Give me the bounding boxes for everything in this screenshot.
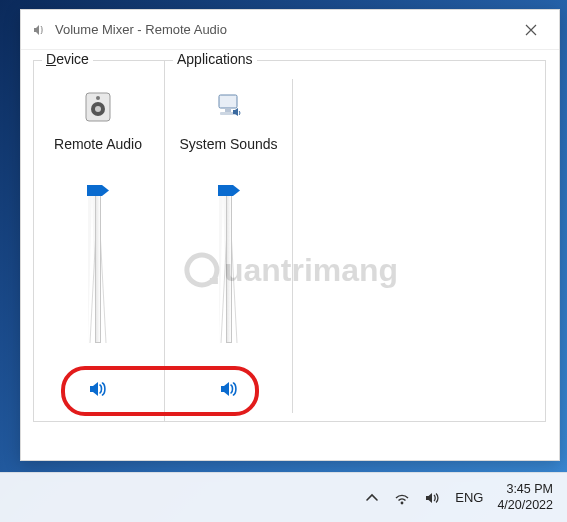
svg-rect-5 (225, 108, 231, 112)
application-name-label: System Sounds (179, 135, 277, 173)
applications-group-label: Applications (173, 51, 257, 67)
svg-point-9 (401, 501, 404, 504)
chevron-up-icon (365, 491, 379, 505)
svg-point-2 (95, 106, 101, 112)
content-area: Device Remote Audio (21, 50, 559, 432)
slider-thumb-icon (218, 185, 240, 196)
window-title: Volume Mixer - Remote Audio (55, 22, 513, 37)
application-mute-button[interactable] (215, 375, 243, 403)
remote-audio-device-icon[interactable] (80, 89, 116, 125)
close-icon (525, 24, 537, 36)
close-button[interactable] (513, 16, 549, 44)
network-tray-button[interactable] (393, 489, 411, 507)
slider-track (226, 193, 232, 343)
tray-overflow-button[interactable] (363, 489, 381, 507)
speaker-icon (423, 489, 441, 507)
taskbar: ENG 3:45 PM 4/20/2022 (0, 472, 567, 522)
titlebar: Volume Mixer - Remote Audio (21, 10, 559, 50)
volume-tray-button[interactable] (423, 489, 441, 507)
applications-group: Applications System Sounds (164, 60, 546, 422)
clock-button[interactable]: 3:45 PM 4/20/2022 (497, 482, 553, 513)
device-name-label: Remote Audio (54, 135, 142, 173)
slider-track (95, 193, 101, 343)
language-indicator[interactable]: ENG (455, 490, 483, 505)
svg-point-3 (96, 96, 100, 100)
speaker-unmuted-icon (86, 377, 110, 401)
speaker-unmuted-icon (217, 377, 241, 401)
volume-mixer-window: Volume Mixer - Remote Audio Device (20, 9, 560, 461)
taskbar-time: 3:45 PM (497, 482, 553, 498)
system-sounds-icon[interactable] (211, 89, 247, 125)
device-group-label: Device (42, 51, 93, 67)
device-column: Remote Audio (34, 79, 162, 413)
taskbar-date: 4/20/2022 (497, 498, 553, 514)
device-volume-slider[interactable] (82, 185, 114, 355)
system-tray (363, 489, 441, 507)
wifi-icon (393, 489, 411, 507)
application-volume-slider[interactable] (213, 185, 245, 355)
speaker-app-icon (31, 22, 47, 38)
device-mute-button[interactable] (84, 375, 112, 403)
device-group: Device Remote Audio (33, 60, 165, 422)
slider-thumb-icon (87, 185, 109, 196)
application-column: System Sounds (165, 79, 293, 413)
svg-rect-4 (219, 95, 237, 108)
